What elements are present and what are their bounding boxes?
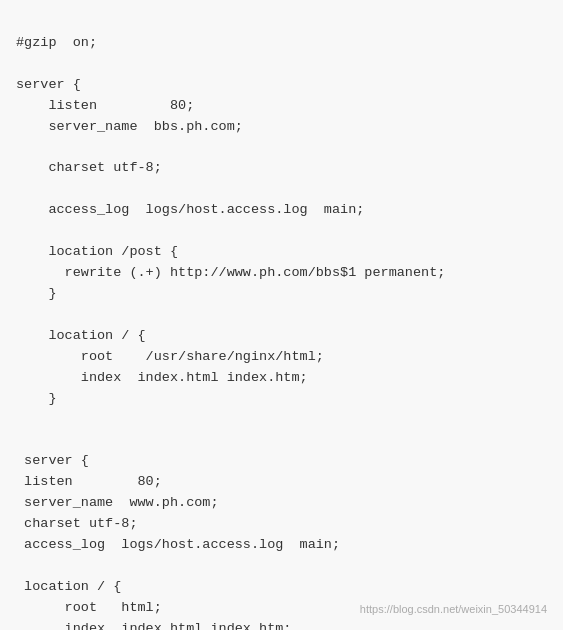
code-line-17: index index.html index.htm; (16, 370, 308, 385)
code-line-5: server_name bbs.ph.com; (16, 119, 243, 134)
watermark: https://blog.csdn.net/weixin_50344914 (360, 601, 547, 618)
code-block: #gzip on; server { listen 80; server_nam… (0, 0, 563, 630)
code-line-16: root /usr/share/nginx/html; (16, 349, 324, 364)
code-line-3: server { (16, 77, 81, 92)
code-line-11: location /post { (16, 244, 178, 259)
code-line-21: server { (16, 453, 89, 468)
code-line-15: location / { (16, 328, 146, 343)
code-line-18: } (16, 391, 57, 406)
code-line-27: location / { (16, 579, 121, 594)
code-line-23: server_name www.ph.com; (16, 495, 219, 510)
code-line-13: } (16, 286, 57, 301)
code-line-7: charset utf-8; (16, 160, 162, 175)
code-line-4: listen 80; (16, 98, 194, 113)
code-line-9: access_log logs/host.access.log main; (16, 202, 364, 217)
code-line-25: access_log logs/host.access.log main; (16, 537, 340, 552)
code-line-22: listen 80; (16, 474, 162, 489)
code-line-24: charset utf-8; (16, 516, 138, 531)
code-line-1: #gzip on; (16, 35, 97, 50)
code-line-12: rewrite (.+) http://www.ph.com/bbs$1 per… (16, 265, 445, 280)
code-line-29: index index.html index.htm; (16, 621, 291, 630)
code-line-28: root html; (16, 600, 162, 615)
